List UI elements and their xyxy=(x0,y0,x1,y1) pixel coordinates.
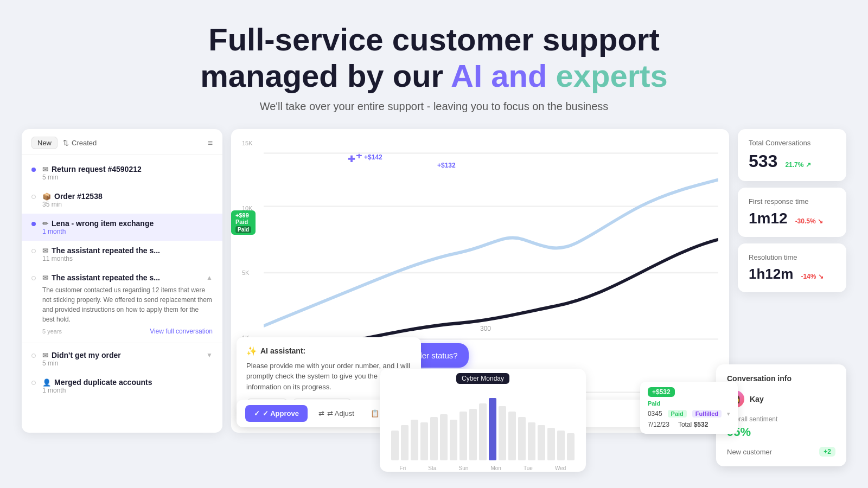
paid-status-badge: Paid xyxy=(668,410,687,418)
stat-label: First response time xyxy=(749,197,835,206)
ticket-name: ✉ The assistant repeated the s... xyxy=(42,246,160,255)
svg-rect-20 xyxy=(538,425,545,460)
ticket-content: ✉ The assistant repeated the s... ▲ The … xyxy=(42,273,213,335)
ticket-dot-empty xyxy=(31,249,36,253)
ai-response-label: AI assistant: xyxy=(260,346,305,355)
ticket-item-expanded[interactable]: ✉ The assistant repeated the s... ▲ The … xyxy=(22,268,222,341)
ticket-item[interactable]: ✉ Didn't get my order ▼ 5 min xyxy=(22,345,222,373)
bar-chart-x-labels: Fri Sta Sun Mon Tue Wed xyxy=(388,465,577,471)
approve-button[interactable]: ✓ ✓ Approve xyxy=(245,405,308,422)
dropdown-icon[interactable]: ▾ xyxy=(727,410,730,418)
sentiment-label: Overall sentiment xyxy=(727,415,835,423)
bar-chart-tooltip: Cyber Monday xyxy=(456,373,509,384)
stat-label: Resolution time xyxy=(749,253,835,261)
adjust-icon: ⇄ xyxy=(318,409,324,418)
hero-title-line1: Full-service customer support xyxy=(208,22,660,57)
conv-agent-row: 👩 Kay xyxy=(727,390,835,408)
order-total-label: Total $532 xyxy=(678,421,708,428)
hero-title-ai: AI and xyxy=(451,58,547,93)
stat-change: -14% ↘ xyxy=(801,273,823,280)
stat-card-first-response: First response time 1m12 -30.5% ↘ xyxy=(738,188,846,237)
new-customer-label: New customer xyxy=(727,448,772,456)
bar-chart-panel: Cyber Monday Fri Sta Sun Mon Tue Wed xyxy=(380,369,586,472)
ticket-time: 1 month xyxy=(42,387,213,394)
hero-title-experts: experts xyxy=(556,58,667,93)
svg-rect-9 xyxy=(430,417,438,460)
new-badge[interactable]: New xyxy=(31,137,58,149)
ticket-content: 👤 Merged duplicate accounts 1 month xyxy=(42,378,213,394)
created-sort-button[interactable]: ⇅ Created xyxy=(63,139,97,147)
ticket-time: 1 month xyxy=(42,228,213,235)
filter-icon[interactable]: ≡ xyxy=(208,138,213,148)
stat-change: 21.7% ↗ xyxy=(785,161,810,169)
svg-rect-21 xyxy=(547,428,555,460)
ticket-items-list: ✉ Return request #4590212 5 min 📦 Order … xyxy=(22,155,222,404)
svg-rect-6 xyxy=(401,425,409,460)
ticket-name: ✉ Return request #4590212 xyxy=(42,165,142,174)
check-icon: ✓ xyxy=(254,409,260,418)
adjust-button[interactable]: ⇄ ⇄ Adjust xyxy=(313,406,360,421)
ticket-dot-empty xyxy=(31,354,36,358)
stat-change: -30.5% ↘ xyxy=(795,217,823,225)
hero-section: Full-service customer support managed by… xyxy=(0,0,868,124)
email-icon: ✉ xyxy=(42,247,48,255)
sentiment-section: Overall sentiment 95% xyxy=(727,415,835,439)
order-card: +$532 Paid 0345 Paid Fulfilled ▾ 7/12/23… xyxy=(640,382,738,434)
hero-title: Full-service customer support managed by… xyxy=(0,22,868,94)
ticket-item[interactable]: 📦 Order #12538 35 min xyxy=(22,187,222,214)
ticket-content: ✉ Didn't get my order ▼ 5 min xyxy=(42,351,213,367)
svg-rect-23 xyxy=(567,433,575,460)
ticket-item[interactable]: 👤 Merged duplicate accounts 1 month xyxy=(22,373,222,400)
ticket-content: ✉ The assistant repeated the s... 11 mon… xyxy=(42,246,213,262)
conv-info-title: Conversation info xyxy=(727,374,835,383)
view-full-conversation-link[interactable]: View full conversation xyxy=(150,328,213,335)
edit-icon: ✏ xyxy=(42,220,48,228)
ticket-dot-active xyxy=(31,168,36,172)
svg-rect-11 xyxy=(450,420,457,460)
svg-rect-14 xyxy=(479,403,487,460)
ticket-content: ✉ Return request #4590212 5 min xyxy=(42,165,213,181)
ticket-list-panel: New ⇅ Created ≡ ✉ Return request #459021… xyxy=(22,129,222,433)
order-date: 7/12/23 xyxy=(648,421,669,428)
ticket-name: 👤 Merged duplicate accounts xyxy=(42,378,152,387)
ticket-item[interactable]: ✉ The assistant repeated the s... 11 mon… xyxy=(22,241,222,268)
copy-icon-2: 📋 xyxy=(371,409,379,418)
ticket-content: ✏ Lena - wrong item exchange 1 month xyxy=(42,219,213,235)
svg-rect-5 xyxy=(391,431,399,460)
stat-value: 533 xyxy=(749,151,777,171)
fulfilled-status-badge: Fulfilled xyxy=(692,410,722,418)
svg-rect-7 xyxy=(411,420,418,460)
ticket-item[interactable]: ✉ Return request #4590212 5 min xyxy=(22,159,222,187)
package-icon: 📦 xyxy=(42,192,51,201)
stat-value: 1h12m xyxy=(749,266,793,282)
ticket-name: ✉ The assistant repeated the s... xyxy=(42,273,160,282)
ticket-expanded-text: The customer contacted us regarding 12 i… xyxy=(42,285,213,324)
svg-rect-18 xyxy=(518,417,526,460)
ai-response-header: ✨ AI assistant: xyxy=(246,346,411,356)
ticket-dot-empty xyxy=(31,276,36,280)
svg-rect-13 xyxy=(469,409,477,460)
ticket-dot-active xyxy=(31,222,36,226)
order-amount-badge: +$532 xyxy=(648,387,675,397)
bar-chart-svg xyxy=(388,387,577,463)
svg-rect-16 xyxy=(499,406,506,460)
ticket-dot-empty xyxy=(31,381,36,385)
svg-rect-15 xyxy=(489,398,496,460)
stat-label: Total Conversations xyxy=(749,139,835,147)
hero-title-line2-plain: managed by our xyxy=(200,58,451,93)
svg-rect-19 xyxy=(528,422,535,460)
expand-icon[interactable]: ▲ xyxy=(206,274,213,281)
email-icon: ✉ xyxy=(42,351,48,359)
ticket-item-active[interactable]: ✏ Lena - wrong item exchange 1 month xyxy=(22,214,222,241)
ai-star-icon: ✨ xyxy=(246,346,257,356)
agent-name: Kay xyxy=(750,395,764,403)
new-customer-row: New customer +2 xyxy=(727,447,835,457)
stat-card-total-conversations: Total Conversations 533 21.7% ↗ xyxy=(738,129,846,181)
hero-subtitle: We'll take over your entire support - le… xyxy=(0,100,868,113)
stat-value: 1m12 xyxy=(749,210,788,227)
sentiment-value: 95% xyxy=(727,425,835,439)
ticket-content: 📦 Order #12538 35 min xyxy=(42,192,213,208)
ticket-name: ✏ Lena - wrong item exchange xyxy=(42,219,154,228)
order-number: 0345 xyxy=(648,410,662,418)
collapse-icon[interactable]: ▼ xyxy=(206,351,213,359)
